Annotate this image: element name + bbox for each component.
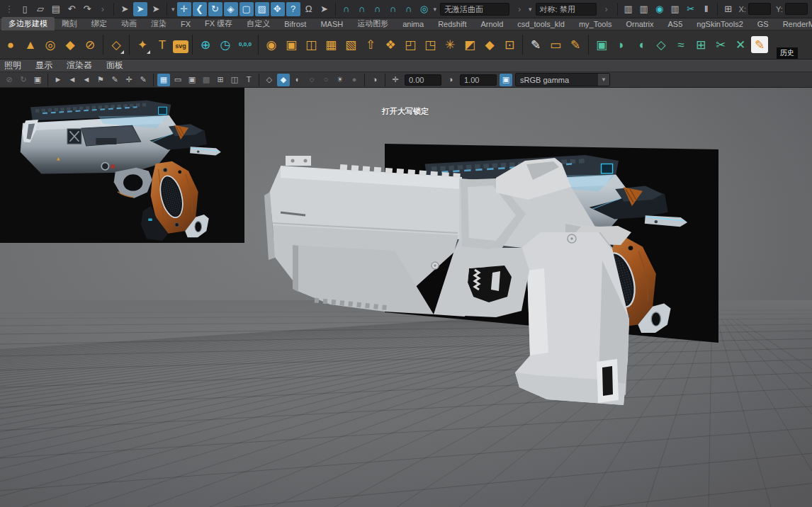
exposure-field[interactable]: 0.00 — [405, 74, 441, 86]
pencil-curve-icon[interactable]: ✎ — [566, 34, 585, 55]
sculpt-deformer-icon[interactable]: ✂ — [711, 34, 730, 55]
shelf-tab-多边形建模[interactable]: 多边形建模 — [1, 17, 55, 31]
multi-cut-icon[interactable]: ◳ — [421, 34, 439, 55]
texture-deformer-icon[interactable]: ⊞ — [692, 34, 710, 55]
shelf-tab-绑定[interactable]: 绑定 — [84, 17, 114, 31]
bookmark-icon[interactable]: ⚑ — [94, 74, 107, 86]
quad-draw-icon[interactable]: ◉ — [262, 34, 281, 55]
shelf-tab-运动图形[interactable]: 运动图形 — [350, 17, 395, 31]
toolbar-grip-dots[interactable]: ⋮ — [2, 2, 16, 16]
exposure-icon[interactable]: ✛ — [389, 74, 402, 86]
rotate-tool-icon[interactable]: ↻ — [208, 2, 222, 16]
video-camera-icon[interactable]: ► — [52, 74, 64, 86]
shelf-tab-Bifrost[interactable]: Bifrost — [277, 18, 313, 30]
default-material-icon[interactable]: ○ — [320, 74, 332, 86]
marquee-tool-icon[interactable]: ▢ — [239, 2, 254, 16]
shelf-tab-csd_tools_kld[interactable]: csd_tools_kld — [510, 18, 572, 30]
shelf-tab-my_Tools[interactable]: my_Tools — [572, 18, 619, 30]
y-coordinate-input[interactable] — [785, 3, 808, 15]
lasso-tool-icon[interactable]: ❮ — [193, 2, 207, 16]
shelf-tab-动画[interactable]: 动画 — [114, 17, 144, 31]
bevel-icon[interactable]: ◰ — [401, 34, 419, 55]
input-history-icon[interactable]: › — [512, 2, 526, 16]
set-time-icon[interactable]: ◷ — [216, 34, 235, 55]
poly-plane-icon[interactable]: ◆ — [61, 34, 79, 55]
collapse-section2-icon[interactable]: › — [599, 2, 614, 16]
render-settings-icon[interactable]: ▥ — [668, 2, 682, 16]
shelf-tab-MASH[interactable]: MASH — [313, 18, 350, 30]
snap-curve-icon[interactable]: ∩ — [355, 2, 369, 16]
snap-view-plane-icon[interactable]: ∩ — [402, 2, 416, 16]
combine-icon[interactable]: ▣ — [282, 34, 300, 55]
shelf-tab-ngSkinTools2[interactable]: ngSkinTools2 — [689, 18, 750, 30]
move-tool-icon[interactable]: ✛ — [177, 2, 191, 16]
render-view-icon[interactable]: ▥ — [621, 2, 636, 16]
shelf-tab-AS5[interactable]: AS5 — [661, 18, 690, 30]
camera-attributes-icon[interactable]: ◄ — [66, 74, 79, 86]
contrast-icon[interactable]: ◑ — [444, 74, 457, 86]
highlight-select-icon[interactable]: ➤ — [317, 2, 332, 16]
grid-toggle-icon[interactable]: ▦ — [157, 74, 170, 86]
super-shape-icon[interactable]: ✦ — [133, 34, 152, 55]
make-live-icon[interactable]: ◎ — [417, 2, 432, 16]
select-object-icon[interactable]: ➤ — [133, 2, 147, 16]
origin-pivot-icon[interactable]: 0,0,0 — [236, 34, 254, 55]
symmetry-field[interactable]: 对称: 禁用 — [536, 3, 597, 16]
shelf-tab-自定义[interactable]: 自定义 — [239, 17, 277, 31]
safe-action-icon[interactable]: ◫ — [228, 74, 241, 86]
shaded-mode-icon[interactable]: ◆ — [277, 74, 290, 86]
panel-menu-panels[interactable]: 面板 — [106, 59, 123, 72]
edit-curve-points-icon[interactable]: ▭ — [546, 34, 565, 55]
shelf-tab-雕刻[interactable]: 雕刻 — [55, 17, 84, 31]
help-tool-icon[interactable]: ? — [286, 2, 300, 16]
poly-text-icon[interactable]: T — [153, 34, 171, 55]
gate-mask-icon[interactable]: ▩ — [200, 74, 213, 86]
lock-icon[interactable]: Ω — [302, 2, 316, 16]
wireframe-on-shaded-icon[interactable]: ◌ — [305, 74, 318, 86]
nonlinear-deformer-icon[interactable]: ≈ — [672, 34, 690, 55]
select-hierarchy-icon[interactable]: ➤ — [118, 2, 132, 16]
symmetry-dropdown[interactable]: ▾ — [529, 6, 532, 13]
blend-shape-icon[interactable]: ▣ — [592, 34, 611, 55]
poly-pipe-icon[interactable]: ⊘ — [81, 34, 99, 55]
snap-grid-icon[interactable]: ∩ — [339, 2, 354, 16]
panel-menu-renderer[interactable]: 渲染器 — [67, 59, 92, 72]
open-scene-icon[interactable]: ▱ — [33, 2, 47, 16]
panel-menu-lighting[interactable]: 照明 — [4, 59, 21, 72]
safe-title-icon[interactable]: T — [242, 74, 255, 86]
delete-history-icon[interactable]: ✕ — [731, 34, 750, 55]
textured-mode-icon[interactable]: ◐ — [291, 74, 304, 86]
grease-pencil-icon[interactable]: ✎ — [108, 74, 121, 86]
smooth-icon[interactable]: ❖ — [381, 34, 400, 55]
xray-icon[interactable]: ◑ — [368, 74, 381, 86]
shelf-tab-RenderMan 23.4[interactable]: RenderMan 23.4 — [776, 18, 812, 30]
collapse-section-icon[interactable]: › — [96, 2, 110, 16]
shelf-tab-anima[interactable]: anima — [395, 18, 431, 30]
bounding-box-icon[interactable]: ⊡ — [500, 34, 519, 55]
ipr-render-icon[interactable]: ◉ — [653, 2, 667, 16]
extrude-icon[interactable]: ⇧ — [361, 34, 380, 55]
cluster-deformer-icon[interactable]: ◗ — [612, 34, 631, 55]
active-surface-field[interactable]: 无激活曲面 — [440, 3, 509, 16]
shelf-tab-GS[interactable]: GS — [750, 18, 776, 30]
refresh-icon[interactable]: ↻ — [17, 74, 30, 86]
shelf-tab-渲染[interactable]: 渲染 — [144, 17, 174, 31]
render-current-frame-icon[interactable]: ▥ — [637, 2, 651, 16]
camera-aim-icon[interactable]: ⊕ — [196, 34, 215, 55]
lattice-deformer-icon[interactable]: ◇ — [652, 34, 670, 55]
poly-sphere-icon[interactable]: ● — [1, 34, 20, 55]
grid-fill-icon[interactable]: ▧ — [342, 34, 360, 55]
resolution-gate-icon[interactable]: ▣ — [186, 74, 198, 86]
use-all-lights-icon[interactable]: ☀ — [334, 74, 346, 86]
bend-deformer-icon[interactable]: ◖ — [632, 34, 650, 55]
move-manip-icon[interactable]: ✛ — [123, 74, 135, 86]
pause-viewport-icon[interactable]: ‖ — [699, 2, 714, 16]
gamma-field[interactable]: 1.00 — [460, 74, 497, 86]
shelf-tab-Ornatrix[interactable]: Ornatrix — [619, 18, 660, 30]
platonic-solid-icon[interactable]: ◇ — [107, 34, 125, 55]
create-curve-icon[interactable]: ✎ — [526, 34, 545, 55]
snap-dropdown[interactable]: ▾ — [434, 6, 437, 13]
redo-icon[interactable]: ↷ — [80, 2, 94, 16]
cut-section-icon[interactable]: ✂ — [684, 2, 698, 16]
poly-torus-icon[interactable]: ◎ — [41, 34, 60, 55]
